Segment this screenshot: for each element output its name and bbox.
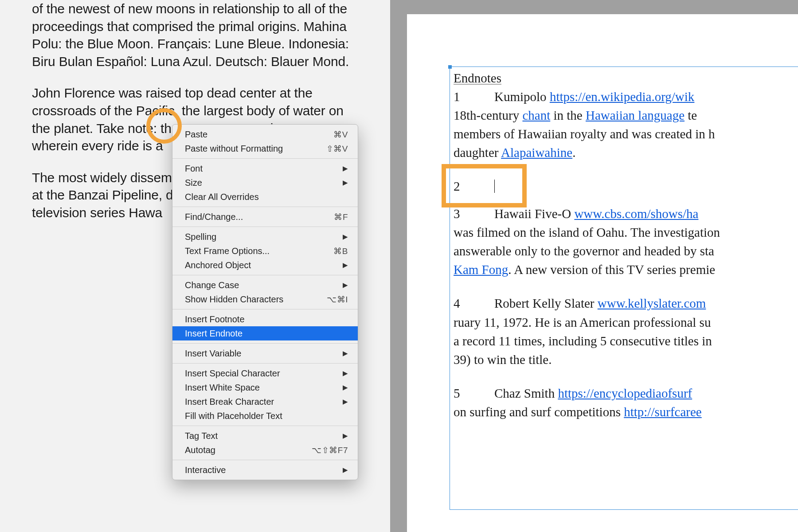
endnote-4[interactable]: 4Robert Kelly Slater www.kellyslater.com… xyxy=(454,294,798,368)
endnote-number: 2 xyxy=(454,177,494,196)
menu-insert-break-character[interactable]: Insert Break Character▶ xyxy=(172,395,358,409)
chevron-right-icon: ▶ xyxy=(343,398,348,406)
endnotes-content[interactable]: Endnotes 1Kumipolo https://en.wikipedia.… xyxy=(450,67,798,421)
menu-clear-overrides[interactable]: Clear All Overrides xyxy=(172,190,358,204)
endnote-text: . A new version of this TV series premie xyxy=(508,262,715,277)
endnote-link[interactable]: http://surfcaree xyxy=(624,405,702,419)
chevron-right-icon: ▶ xyxy=(343,179,348,187)
menu-autotag[interactable]: Autotag⌥⇧⌘F7 xyxy=(172,443,358,457)
menu-paste[interactable]: Paste⌘V xyxy=(172,127,358,141)
chevron-right-icon: ▶ xyxy=(343,164,348,172)
chevron-right-icon: ▶ xyxy=(343,281,348,289)
menu-size[interactable]: Size▶ xyxy=(172,176,358,190)
endnote-2[interactable]: 2 xyxy=(454,177,798,196)
endnote-text: 39) to win the title. xyxy=(454,352,552,367)
chevron-right-icon: ▶ xyxy=(343,432,348,440)
chevron-right-icon: ▶ xyxy=(343,466,348,474)
menu-interactive[interactable]: Interactive▶ xyxy=(172,463,358,477)
endnote-text: Hawaii Five-O xyxy=(494,207,574,221)
frame-handle[interactable] xyxy=(448,65,452,69)
endnote-text: was filmed on the island of Oahu. The in… xyxy=(454,225,720,239)
endnote-number: 1 xyxy=(454,87,494,106)
endnote-5[interactable]: 5Chaz Smith https://encyclopediaofsurf o… xyxy=(454,384,798,421)
menu-separator xyxy=(172,207,358,207)
endnote-text: ruary 11, 1972. He is an American profes… xyxy=(454,315,711,329)
endnote-text: Chaz Smith xyxy=(494,386,558,400)
chevron-right-icon: ▶ xyxy=(343,383,348,391)
endnote-text: on surfing and surf competitions xyxy=(454,405,624,419)
text-cursor xyxy=(494,180,495,193)
menu-show-hidden-characters[interactable]: Show Hidden Characters⌥⌘I xyxy=(172,292,358,306)
chevron-right-icon: ▶ xyxy=(343,233,348,241)
endnote-1[interactable]: 1Kumipolo https://en.wikipedia.org/wik 1… xyxy=(454,87,798,162)
menu-text-frame-options[interactable]: Text Frame Options...⌘B xyxy=(172,244,358,258)
endnotes-title: Endnotes xyxy=(454,69,798,87)
endnote-number: 5 xyxy=(454,384,494,403)
menu-insert-endnote[interactable]: Insert Endnote xyxy=(172,326,358,340)
menu-separator xyxy=(172,343,358,344)
endnote-link[interactable]: chant xyxy=(522,108,550,122)
chevron-right-icon: ▶ xyxy=(343,261,348,269)
endnote-link[interactable]: Hawaiian language xyxy=(586,108,685,122)
chevron-right-icon: ▶ xyxy=(343,349,348,357)
endnote-text: 18th-century xyxy=(454,108,522,122)
menu-fill-placeholder-text[interactable]: Fill with Placeholder Text xyxy=(172,409,358,423)
menu-separator xyxy=(172,227,358,227)
endnote-3[interactable]: 3Hawaii Five-O www.cbs.com/shows/ha was … xyxy=(454,204,798,279)
menu-insert-variable[interactable]: Insert Variable▶ xyxy=(172,346,358,360)
menu-separator xyxy=(172,460,358,460)
menu-tag-text[interactable]: Tag Text▶ xyxy=(172,429,358,443)
menu-paste-without-formatting[interactable]: Paste without Formatting⇧⌘V xyxy=(172,141,358,156)
endnotes-text-frame[interactable]: Endnotes 1Kumipolo https://en.wikipedia.… xyxy=(450,66,798,510)
pasteboard: Endnotes 1Kumipolo https://en.wikipedia.… xyxy=(390,0,798,532)
endnote-link[interactable]: Kam Fong xyxy=(454,262,508,277)
endnote-text: Kumipolo xyxy=(494,90,550,104)
endnotes-page: Endnotes 1Kumipolo https://en.wikipedia.… xyxy=(407,14,798,532)
endnote-link[interactable]: https://en.wikipedia.org/wik xyxy=(550,90,695,104)
endnote-text: a record 11 times, including 5 consecuti… xyxy=(454,334,712,348)
endnote-text: members of Hawaiian royalty and was crea… xyxy=(454,127,715,141)
menu-find-change[interactable]: Find/Change...⌘F xyxy=(172,210,358,224)
menu-separator xyxy=(172,363,358,364)
endnote-number: 3 xyxy=(454,204,494,223)
context-menu[interactable]: Paste⌘V Paste without Formatting⇧⌘V Font… xyxy=(172,124,358,480)
menu-separator xyxy=(172,309,358,309)
endnote-text: in the xyxy=(550,108,586,122)
menu-separator xyxy=(172,426,358,426)
endnote-text: answerable only to the governor and head… xyxy=(454,244,714,258)
endnote-number: 4 xyxy=(454,294,494,313)
menu-spelling[interactable]: Spelling▶ xyxy=(172,230,358,244)
endnote-text: Robert Kelly Slater xyxy=(494,296,598,310)
endnote-text: te xyxy=(685,108,697,122)
article-paragraph[interactable]: of the newest of new moons in relationsh… xyxy=(32,0,351,70)
chevron-right-icon: ▶ xyxy=(343,369,348,377)
menu-insert-footnote[interactable]: Insert Footnote xyxy=(172,312,358,326)
endnote-link[interactable]: https://encyclopediaofsurf xyxy=(558,386,692,400)
endnote-text: . xyxy=(572,145,575,160)
menu-insert-special-character[interactable]: Insert Special Character▶ xyxy=(172,366,358,380)
menu-separator xyxy=(172,275,358,275)
menu-insert-white-space[interactable]: Insert White Space▶ xyxy=(172,380,358,395)
endnote-link[interactable]: Alapaiwahine xyxy=(501,145,572,160)
menu-anchored-object[interactable]: Anchored Object▶ xyxy=(172,258,358,272)
menu-change-case[interactable]: Change Case▶ xyxy=(172,278,358,292)
endnote-text: daughter xyxy=(454,145,501,160)
endnote-link[interactable]: www.kellyslater.com xyxy=(598,296,706,310)
menu-font[interactable]: Font▶ xyxy=(172,161,358,176)
menu-separator xyxy=(172,158,358,159)
endnote-link[interactable]: www.cbs.com/shows/ha xyxy=(574,207,698,221)
